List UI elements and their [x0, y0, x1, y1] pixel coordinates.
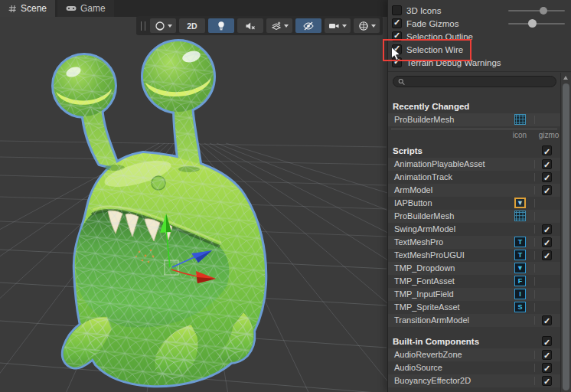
column-divider	[534, 351, 535, 359]
row-gizmo-checkbox[interactable]	[542, 224, 552, 234]
row-gizmo-checkbox[interactable]	[542, 185, 552, 195]
column-divider	[534, 116, 535, 124]
gizmo-list-row[interactable]: ProBuilderMesh	[388, 113, 560, 126]
divider	[391, 129, 557, 129]
lighting-toggle-button[interactable]	[208, 18, 234, 33]
gizmo-list-row[interactable]: AudioReverbZone	[388, 348, 560, 361]
row-label: AnimationPlayableAsset	[388, 159, 485, 168]
gizmo-search-box[interactable]	[393, 76, 556, 87]
gizmo-list-row[interactable]: TransitionArmModel	[388, 314, 560, 327]
3d-icons-size-slider[interactable]	[508, 10, 565, 11]
gizmos-menu-button[interactable]	[354, 18, 380, 33]
section-header: Recently Changed	[388, 100, 560, 113]
script-type-icon[interactable]: F	[514, 276, 526, 286]
scrollbar-thumb[interactable]	[563, 83, 569, 390]
gizmo-toggle-fade-gizmos[interactable]: Fade Gizmos	[392, 17, 458, 30]
search-input[interactable]	[408, 77, 551, 86]
column-divider	[534, 173, 535, 181]
row-gizmo-checkbox[interactable]	[542, 159, 552, 169]
gizmo-list-row[interactable]: AnimationTrack	[388, 171, 560, 184]
dropdown-caret-icon	[168, 24, 172, 28]
audio-muted-icon	[245, 21, 256, 31]
gizmo-list-row[interactable]: TextMeshProUGUIT	[388, 249, 560, 262]
column-divider	[534, 364, 535, 372]
scene-toolbar: 2D	[136, 16, 383, 35]
gizmo-toggle-3d-icons[interactable]: 3D Icons	[392, 4, 441, 17]
script-type-icon[interactable]: T	[514, 250, 526, 260]
row-label: IAPButton	[388, 198, 432, 207]
scroll-up-arrow-icon[interactable]	[563, 76, 568, 80]
gizmo-column-label: gizmo	[536, 131, 562, 139]
row-label: TransitionArmModel	[388, 315, 469, 325]
gizmo-list-row[interactable]: AnimationPlayableAsset	[388, 158, 560, 171]
tab-scene[interactable]: Scene	[0, 0, 55, 17]
gizmo-sphere-icon	[358, 21, 369, 31]
section-title: Built-in Components	[393, 337, 479, 346]
row-gizmo-checkbox[interactable]	[542, 376, 552, 386]
fade-gizmos-slider[interactable]	[508, 23, 565, 24]
section-gizmo-checkbox[interactable]	[542, 336, 552, 346]
column-labels: icon gizmo	[388, 131, 560, 141]
shading-mode-button[interactable]	[150, 18, 176, 33]
highlighted-dropdown-icon[interactable]: ▼	[514, 198, 526, 208]
row-label: ArmModel	[388, 185, 432, 194]
gizmo-list-row[interactable]: TMP_Dropdown▼	[388, 262, 560, 275]
row-gizmo-checkbox[interactable]	[542, 250, 552, 260]
section-gizmo-checkbox[interactable]	[542, 145, 552, 155]
column-divider	[534, 199, 535, 207]
toggle-label: Fade Gizmos	[406, 19, 458, 28]
gizmo-list-row[interactable]: BuoyancyEffector2D	[388, 374, 560, 387]
row-gizmo-checkbox[interactable]	[542, 350, 552, 360]
gizmo-list-row[interactable]: IAPButton▼	[388, 197, 560, 210]
audio-toggle-button[interactable]	[237, 18, 263, 33]
script-type-icon[interactable]: ▼	[514, 263, 526, 273]
column-divider	[534, 225, 535, 234]
script-type-icon[interactable]: I	[514, 289, 526, 299]
row-label: AudioReverbZone	[388, 350, 462, 359]
gizmo-list-row[interactable]: TMP_FontAssetF	[388, 275, 560, 288]
toggle-checkbox[interactable]	[392, 18, 402, 28]
effects-toggle-button[interactable]	[266, 18, 292, 33]
shaded-sphere-icon	[155, 21, 165, 31]
2d-toggle-button[interactable]: 2D	[179, 18, 205, 33]
row-label: AudioSource	[388, 363, 442, 372]
gizmo-list-row[interactable]: SwingArmModel	[388, 223, 560, 236]
row-label: AnimationTrack	[388, 172, 452, 181]
eye-slash-icon	[302, 21, 315, 31]
column-divider	[534, 290, 535, 299]
gizmo-list-row[interactable]: ProBuilderMesh	[388, 210, 560, 223]
toolbar-drag-handle[interactable]	[141, 21, 145, 31]
selected-monster-object[interactable]	[54, 41, 265, 385]
row-label: TextMeshProUGUI	[388, 250, 465, 260]
divider	[388, 71, 571, 72]
row-gizmo-checkbox[interactable]	[542, 237, 552, 247]
built-in-components-section: Built-in ComponentsAudioReverbZoneAudioS…	[388, 335, 560, 387]
row-label: TMP_FontAsset	[388, 276, 455, 286]
scene-grid-icon	[8, 5, 17, 13]
row-label: ProBuilderMesh	[388, 211, 454, 220]
row-label: TMP_InputField	[388, 289, 454, 299]
tab-game[interactable]: Game	[57, 0, 114, 17]
gizmo-list-row[interactable]: ArmModel	[388, 184, 560, 197]
column-divider	[534, 316, 535, 325]
hidden-objects-toggle-button[interactable]	[295, 18, 321, 33]
row-gizmo-checkbox[interactable]	[542, 363, 552, 373]
section-title: Recently Changed	[393, 102, 469, 111]
camera-settings-button[interactable]	[325, 18, 351, 33]
row-gizmo-checkbox[interactable]	[542, 315, 552, 325]
panel-scrollbar[interactable]	[560, 73, 571, 392]
dropdown-caret-icon	[284, 24, 289, 28]
gizmo-list-row[interactable]: TMP_InputFieldI	[388, 288, 560, 301]
gizmo-list-row[interactable]: AudioSource	[388, 361, 560, 374]
toggle-checkbox[interactable]	[392, 5, 402, 15]
row-label: TMP_SpriteAsset	[388, 302, 460, 312]
recently-changed-section: Recently ChangedProBuilderMesh	[388, 100, 560, 126]
row-gizmo-checkbox[interactable]	[542, 172, 552, 182]
probuilder-grid-icon[interactable]	[514, 211, 526, 221]
gizmo-list-row[interactable]: TMP_SpriteAssetS	[388, 301, 560, 314]
probuilder-grid-icon[interactable]	[514, 114, 526, 125]
gizmo-list-row[interactable]: TextMeshProT	[388, 236, 560, 249]
script-type-icon[interactable]: S	[514, 302, 526, 312]
script-type-icon[interactable]: T	[514, 237, 526, 247]
dropdown-caret-icon	[371, 24, 376, 28]
